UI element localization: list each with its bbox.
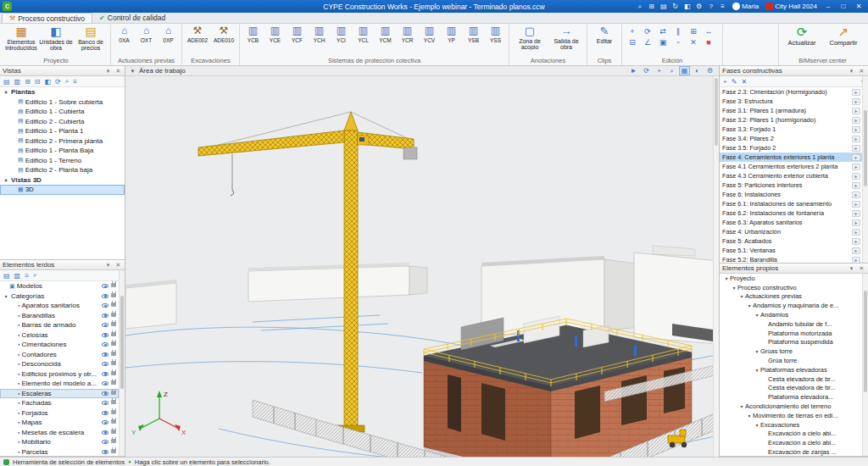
leidos-tool-icon[interactable]: ≡ bbox=[25, 272, 29, 280]
propio-tree-item[interactable]: Plataforma suspendida bbox=[720, 338, 862, 347]
edit-tool-icon[interactable]: ▫ bbox=[670, 37, 686, 48]
category-tree-item[interactable]: ▪ Celosías bbox=[0, 330, 119, 341]
lock-icon[interactable] bbox=[111, 293, 116, 297]
propio-tree-item[interactable]: Grúas torre bbox=[720, 347, 862, 356]
leidos-tool-icon[interactable]: ⌕ bbox=[33, 271, 36, 280]
phase-tool-icon[interactable]: + bbox=[723, 78, 727, 86]
view-tool-icon[interactable]: ≡ bbox=[73, 78, 77, 86]
phase-select-icon[interactable]: ► bbox=[852, 229, 860, 236]
lock-icon[interactable] bbox=[111, 391, 116, 395]
phase-item[interactable]: Fase 6.1: Instalaciones de saneamiento ► bbox=[720, 199, 862, 208]
visibility-eye-icon[interactable] bbox=[102, 391, 108, 396]
propio-tree-item[interactable]: Acondicionamiento del terreno bbox=[720, 402, 862, 411]
lock-icon[interactable] bbox=[111, 341, 116, 346]
phase-item[interactable]: Fase 4.3 Cerramiento exterior cubierta ► bbox=[720, 171, 862, 180]
leidos-scrollbar[interactable] bbox=[119, 270, 125, 456]
workspace-tool-icon[interactable]: ▦ bbox=[679, 66, 690, 75]
ribbon-button[interactable]: ⚒ ADE010 bbox=[211, 25, 236, 43]
view-tool-icon[interactable]: ⊟ bbox=[35, 78, 41, 86]
phase-select-icon[interactable]: ► bbox=[852, 210, 860, 217]
lock-icon[interactable] bbox=[111, 371, 116, 375]
phase-item[interactable]: Fase 5: Particiones interiores ► bbox=[720, 180, 862, 190]
lock-icon[interactable] bbox=[111, 400, 116, 404]
view-tree-item[interactable]: ▤ Edificio 1 - Planta 1 bbox=[0, 126, 125, 136]
ribbon-button[interactable]: ▤ Banco de precios bbox=[74, 25, 108, 51]
close-icon[interactable]: ✕ bbox=[114, 68, 122, 75]
edit-tool-icon[interactable]: ↔ bbox=[701, 26, 716, 37]
phase-item[interactable]: Fase 4.1 Cerramientos exteriores 2 plant… bbox=[720, 162, 862, 171]
propio-tree-item[interactable]: Excavación a cielo abi... bbox=[720, 430, 862, 439]
category-tree-item[interactable]: ▪ Barandillas bbox=[0, 311, 119, 321]
propio-tree-item[interactable]: Excavación de zanjas ... bbox=[720, 447, 862, 456]
lock-icon[interactable] bbox=[111, 430, 116, 434]
phase-item[interactable]: Fase 3.4: Pilares 2 ► bbox=[720, 134, 862, 143]
lock-icon[interactable] bbox=[111, 449, 116, 453]
phase-item[interactable]: Fase 3.5: Forjado 2 ► bbox=[720, 143, 862, 153]
lock-icon[interactable] bbox=[111, 322, 116, 326]
ribbon-button[interactable]: ◧ Unidades de obra bbox=[39, 25, 73, 51]
view-tool-icon[interactable]: ◧ bbox=[45, 78, 52, 86]
edit-tool-icon[interactable]: ⊞ bbox=[686, 26, 701, 37]
ribbon-button[interactable]: ↗ Compartir bbox=[823, 25, 864, 47]
expand-arrow-icon[interactable] bbox=[746, 302, 753, 308]
ribbon-button[interactable]: ▥ YCE bbox=[264, 25, 286, 43]
phase-tool-icon[interactable]: ✎ bbox=[732, 78, 737, 86]
close-icon[interactable]: ✕ bbox=[858, 265, 865, 272]
visibility-eye-icon[interactable] bbox=[102, 450, 108, 454]
phase-select-icon[interactable]: ► bbox=[852, 191, 860, 198]
chevron-down-icon[interactable]: ▾ bbox=[129, 68, 136, 75]
expand-arrow-icon[interactable] bbox=[738, 293, 745, 299]
phase-select-icon[interactable]: ► bbox=[852, 145, 860, 152]
collapse-icon[interactable]: ▾ bbox=[104, 68, 112, 75]
workspace-tool-icon[interactable]: + bbox=[654, 66, 665, 75]
ribbon-button[interactable]: ⚒ ADE002 bbox=[185, 25, 210, 43]
category-tree-item[interactable]: ▪ Mobiliario bbox=[0, 437, 119, 447]
category-tree-item[interactable]: ▪ Barras de armado bbox=[0, 320, 119, 330]
workspace-tool-icon[interactable]: ⚙ bbox=[704, 66, 715, 75]
titlebar-icon[interactable]: ▤ bbox=[658, 3, 669, 11]
expand-arrow-icon[interactable] bbox=[754, 312, 760, 318]
maximize-button[interactable]: □ bbox=[837, 3, 850, 10]
ribbon-button[interactable]: ▢ Zona de acopio bbox=[512, 25, 548, 50]
view-tree-item[interactable]: ▤ Edificio 1 - Terreno bbox=[0, 156, 125, 166]
visibility-eye-icon[interactable] bbox=[102, 411, 108, 415]
edit-tool-icon[interactable]: ∥ bbox=[670, 26, 686, 37]
propio-tree-item[interactable]: Movimiento de tierras en edi... bbox=[720, 411, 862, 420]
propio-tree-item[interactable]: Plataformas elevadoras bbox=[720, 365, 862, 374]
phase-select-icon[interactable]: ► bbox=[852, 98, 860, 105]
phase-select-icon[interactable]: ► bbox=[852, 238, 860, 245]
view-tree-item[interactable]: ▤ Edificio 2 - Planta baja bbox=[0, 165, 125, 175]
minimize-button[interactable]: – bbox=[821, 3, 835, 10]
3d-viewport[interactable]: Z X Y bbox=[125, 76, 719, 457]
ribbon-button[interactable]: ⌂ 0XA bbox=[114, 25, 135, 43]
phase-item[interactable]: Fase 5.2: Barandilla ► bbox=[720, 255, 862, 263]
titlebar-icon[interactable]: ≡ bbox=[717, 3, 728, 11]
phase-select-icon[interactable]: ► bbox=[852, 164, 860, 170]
titlebar-icon[interactable]: ◧ bbox=[682, 3, 693, 11]
category-tree-item[interactable]: ▪ Edificios próximos y otr... bbox=[0, 369, 119, 380]
visibility-eye-icon[interactable] bbox=[102, 420, 108, 424]
category-tree-item[interactable]: ▣ Modelos bbox=[0, 281, 119, 291]
phase-select-icon[interactable]: ► bbox=[852, 108, 860, 114]
lock-icon[interactable] bbox=[111, 361, 116, 365]
lock-icon[interactable] bbox=[111, 332, 116, 336]
titlebar-icon[interactable]: ? bbox=[705, 3, 716, 11]
phase-item[interactable]: Fase 3.1: Pilares 1 (armadura) ► bbox=[720, 106, 862, 115]
view-tool-icon[interactable]: ⌕ bbox=[65, 77, 69, 86]
visibility-eye-icon[interactable] bbox=[102, 362, 108, 366]
propio-tree-item[interactable]: Plataforma elevadora... bbox=[720, 392, 862, 402]
leidos-tool-icon[interactable]: ▤ bbox=[3, 272, 10, 280]
view-tree-item[interactable]: ▤ Edificio 1 - Planta Baja bbox=[0, 146, 125, 156]
lock-icon[interactable] bbox=[111, 313, 116, 317]
propio-tree-item[interactable]: Proceso constructivo bbox=[720, 283, 862, 292]
phase-select-icon[interactable]: ► bbox=[852, 136, 860, 142]
collapse-icon[interactable]: ▾ bbox=[848, 265, 855, 272]
ribbon-button[interactable]: ▥ YCB bbox=[242, 25, 264, 43]
ribbon-button[interactable]: ⟳ Actualizar bbox=[782, 25, 822, 47]
phase-select-icon[interactable]: ► bbox=[852, 117, 860, 124]
ribbon-button[interactable]: → Salida de obra bbox=[548, 25, 584, 50]
category-tree-item[interactable]: ▪ Aparatos sanitarios bbox=[0, 301, 119, 311]
propio-tree-item[interactable]: Andamios bbox=[720, 310, 862, 319]
phase-select-icon[interactable]: ► bbox=[852, 173, 860, 180]
category-tree-item[interactable]: Categorías bbox=[0, 291, 119, 302]
